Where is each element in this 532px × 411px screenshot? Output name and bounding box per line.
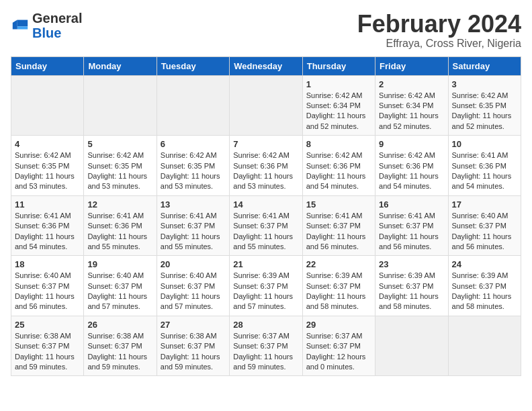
calendar-cell: 25Sunrise: 6:38 AMSunset: 6:37 PMDayligh… <box>11 316 84 376</box>
day-number: 20 <box>161 259 226 269</box>
day-header-tuesday: Tuesday <box>157 56 229 75</box>
calendar-cell: 6Sunrise: 6:42 AMSunset: 6:35 PMDaylight… <box>157 136 229 196</box>
svg-marker-0 <box>17 20 28 27</box>
calendar-cell: 9Sunrise: 6:42 AMSunset: 6:36 PMDaylight… <box>375 136 448 196</box>
page-header: General Blue February 2024 Effraya, Cros… <box>11 11 521 50</box>
page-title: February 2024 <box>357 11 521 38</box>
day-number: 26 <box>87 320 152 330</box>
day-number: 21 <box>233 259 298 269</box>
day-info: Sunrise: 6:38 AMSunset: 6:37 PMDaylight:… <box>15 331 80 373</box>
day-header-thursday: Thursday <box>302 56 375 75</box>
day-info: Sunrise: 6:42 AMSunset: 6:34 PMDaylight:… <box>379 91 444 132</box>
day-info: Sunrise: 6:42 AMSunset: 6:36 PMDaylight:… <box>306 150 371 192</box>
calendar-header-row: SundayMondayTuesdayWednesdayThursdayFrid… <box>11 56 521 75</box>
day-info: Sunrise: 6:38 AMSunset: 6:37 PMDaylight:… <box>87 331 152 373</box>
logo: General Blue <box>11 11 82 40</box>
day-info: Sunrise: 6:38 AMSunset: 6:37 PMDaylight:… <box>161 331 226 373</box>
calendar-cell: 26Sunrise: 6:38 AMSunset: 6:37 PMDayligh… <box>84 316 157 376</box>
day-number: 16 <box>379 199 444 210</box>
day-info: Sunrise: 6:41 AMSunset: 6:37 PMDaylight:… <box>233 211 298 253</box>
day-number: 22 <box>306 259 371 269</box>
calendar-cell: 29Sunrise: 6:37 AMSunset: 6:37 PMDayligh… <box>302 316 375 376</box>
day-number: 18 <box>15 259 80 269</box>
calendar-cell: 4Sunrise: 6:42 AMSunset: 6:35 PMDaylight… <box>11 136 84 196</box>
day-info: Sunrise: 6:42 AMSunset: 6:35 PMDaylight:… <box>15 150 80 192</box>
calendar-cell: 3Sunrise: 6:42 AMSunset: 6:35 PMDaylight… <box>448 75 521 136</box>
calendar-cell: 16Sunrise: 6:41 AMSunset: 6:37 PMDayligh… <box>375 195 448 256</box>
day-info: Sunrise: 6:37 AMSunset: 6:37 PMDaylight:… <box>233 331 298 373</box>
day-number: 10 <box>452 139 517 149</box>
day-header-sunday: Sunday <box>11 56 84 75</box>
day-info: Sunrise: 6:39 AMSunset: 6:37 PMDaylight:… <box>233 271 298 312</box>
day-info: Sunrise: 6:37 AMSunset: 6:37 PMDaylight:… <box>306 331 371 373</box>
day-number: 15 <box>306 199 371 210</box>
day-info: Sunrise: 6:42 AMSunset: 6:35 PMDaylight:… <box>161 150 226 192</box>
day-number: 14 <box>233 199 298 210</box>
calendar-cell: 28Sunrise: 6:37 AMSunset: 6:37 PMDayligh… <box>230 316 302 376</box>
logo-blue-text: Blue <box>32 26 61 40</box>
logo-general-text: General <box>32 11 82 26</box>
calendar-cell <box>448 316 521 376</box>
day-number: 23 <box>379 259 444 269</box>
calendar-cell <box>11 75 84 136</box>
calendar-week-5: 25Sunrise: 6:38 AMSunset: 6:37 PMDayligh… <box>11 316 521 376</box>
calendar-cell: 27Sunrise: 6:38 AMSunset: 6:37 PMDayligh… <box>157 316 229 376</box>
day-number: 19 <box>87 259 152 269</box>
day-info: Sunrise: 6:41 AMSunset: 6:37 PMDaylight:… <box>306 211 371 253</box>
calendar-cell: 21Sunrise: 6:39 AMSunset: 6:37 PMDayligh… <box>230 256 302 316</box>
day-header-saturday: Saturday <box>448 56 521 75</box>
day-number: 5 <box>87 139 152 149</box>
day-number: 25 <box>15 320 80 330</box>
calendar-cell: 12Sunrise: 6:41 AMSunset: 6:36 PMDayligh… <box>84 195 157 256</box>
calendar-cell: 14Sunrise: 6:41 AMSunset: 6:37 PMDayligh… <box>230 195 302 256</box>
calendar-cell <box>157 75 229 136</box>
day-info: Sunrise: 6:41 AMSunset: 6:37 PMDaylight:… <box>379 211 444 253</box>
calendar-cell: 1Sunrise: 6:42 AMSunset: 6:34 PMDaylight… <box>302 75 375 136</box>
day-number: 17 <box>452 199 517 210</box>
day-number: 1 <box>306 79 371 89</box>
calendar-cell: 13Sunrise: 6:41 AMSunset: 6:37 PMDayligh… <box>157 195 229 256</box>
calendar-cell: 20Sunrise: 6:40 AMSunset: 6:37 PMDayligh… <box>157 256 229 316</box>
calendar-cell: 17Sunrise: 6:40 AMSunset: 6:37 PMDayligh… <box>448 195 521 256</box>
day-info: Sunrise: 6:40 AMSunset: 6:37 PMDaylight:… <box>87 271 152 312</box>
calendar-week-3: 11Sunrise: 6:41 AMSunset: 6:36 PMDayligh… <box>11 195 521 256</box>
calendar-cell: 11Sunrise: 6:41 AMSunset: 6:36 PMDayligh… <box>11 195 84 256</box>
day-number: 4 <box>15 139 80 149</box>
day-info: Sunrise: 6:42 AMSunset: 6:35 PMDaylight:… <box>452 91 517 132</box>
calendar-week-2: 4Sunrise: 6:42 AMSunset: 6:35 PMDaylight… <box>11 136 521 196</box>
day-info: Sunrise: 6:40 AMSunset: 6:37 PMDaylight:… <box>15 271 80 312</box>
calendar-cell <box>375 316 448 376</box>
day-info: Sunrise: 6:41 AMSunset: 6:36 PMDaylight:… <box>15 211 80 253</box>
day-number: 29 <box>306 320 371 330</box>
calendar-cell: 5Sunrise: 6:42 AMSunset: 6:35 PMDaylight… <box>84 136 157 196</box>
svg-marker-2 <box>13 20 17 30</box>
day-info: Sunrise: 6:42 AMSunset: 6:34 PMDaylight:… <box>306 91 371 132</box>
calendar-cell: 22Sunrise: 6:39 AMSunset: 6:37 PMDayligh… <box>302 256 375 316</box>
title-block: February 2024 Effraya, Cross River, Nige… <box>357 11 521 50</box>
day-number: 24 <box>452 259 517 269</box>
calendar-table: SundayMondayTuesdayWednesdayThursdayFrid… <box>11 56 521 377</box>
day-info: Sunrise: 6:39 AMSunset: 6:37 PMDaylight:… <box>379 271 444 312</box>
day-number: 27 <box>161 320 226 330</box>
day-number: 8 <box>306 139 371 149</box>
logo-icon <box>11 16 30 35</box>
calendar-cell: 23Sunrise: 6:39 AMSunset: 6:37 PMDayligh… <box>375 256 448 316</box>
calendar-cell: 2Sunrise: 6:42 AMSunset: 6:34 PMDaylight… <box>375 75 448 136</box>
calendar-cell: 8Sunrise: 6:42 AMSunset: 6:36 PMDaylight… <box>302 136 375 196</box>
day-info: Sunrise: 6:42 AMSunset: 6:36 PMDaylight:… <box>379 150 444 192</box>
day-number: 2 <box>379 79 444 89</box>
day-info: Sunrise: 6:42 AMSunset: 6:35 PMDaylight:… <box>87 150 152 192</box>
day-info: Sunrise: 6:41 AMSunset: 6:36 PMDaylight:… <box>452 150 517 192</box>
calendar-cell: 7Sunrise: 6:42 AMSunset: 6:36 PMDaylight… <box>230 136 302 196</box>
calendar-cell: 10Sunrise: 6:41 AMSunset: 6:36 PMDayligh… <box>448 136 521 196</box>
calendar-week-1: 1Sunrise: 6:42 AMSunset: 6:34 PMDaylight… <box>11 75 521 136</box>
day-info: Sunrise: 6:40 AMSunset: 6:37 PMDaylight:… <box>161 271 226 312</box>
day-header-wednesday: Wednesday <box>230 56 302 75</box>
day-header-monday: Monday <box>84 56 157 75</box>
day-info: Sunrise: 6:39 AMSunset: 6:37 PMDaylight:… <box>452 271 517 312</box>
calendar-cell: 19Sunrise: 6:40 AMSunset: 6:37 PMDayligh… <box>84 256 157 316</box>
day-number: 12 <box>87 199 152 210</box>
day-info: Sunrise: 6:42 AMSunset: 6:36 PMDaylight:… <box>233 150 298 192</box>
day-number: 11 <box>15 199 80 210</box>
svg-marker-1 <box>17 26 28 29</box>
